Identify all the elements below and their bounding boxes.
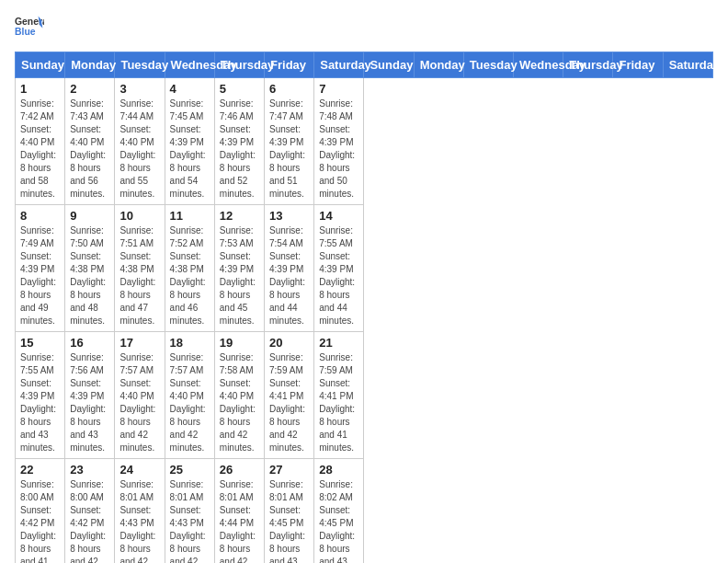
col-header-monday: Monday (414, 52, 463, 78)
day-number: 20 (269, 336, 309, 350)
day-cell-12: 12Sunrise: 7:53 AMSunset: 4:39 PMDayligh… (214, 205, 264, 332)
day-info: Sunrise: 7:55 AMSunset: 4:39 PMDaylight:… (319, 224, 358, 327)
week-row-3: 15Sunrise: 7:55 AMSunset: 4:39 PMDayligh… (16, 332, 713, 459)
day-number: 9 (70, 209, 109, 223)
day-info: Sunrise: 8:01 AMSunset: 4:43 PMDaylight:… (119, 478, 159, 563)
week-row-1: 1Sunrise: 7:42 AMSunset: 4:40 PMDaylight… (16, 78, 713, 205)
day-number: 12 (220, 209, 259, 223)
day-info: Sunrise: 7:56 AMSunset: 4:39 PMDaylight:… (70, 351, 109, 454)
day-number: 14 (319, 209, 358, 223)
day-info: Sunrise: 7:59 AMSunset: 4:41 PMDaylight:… (319, 351, 358, 454)
day-cell-6: 6Sunrise: 7:47 AMSunset: 4:39 PMDaylight… (265, 78, 314, 205)
day-number: 6 (269, 82, 309, 96)
col-header-wednesday: Wednesday (165, 52, 214, 78)
day-info: Sunrise: 7:44 AMSunset: 4:40 PMDaylight:… (119, 98, 159, 201)
day-number: 25 (170, 463, 210, 477)
col-header-saturday: Saturday (663, 52, 712, 78)
day-cell-5: 5Sunrise: 7:46 AMSunset: 4:39 PMDaylight… (214, 78, 264, 205)
day-number: 13 (269, 209, 309, 223)
col-header-sunday: Sunday (16, 52, 65, 78)
day-number: 17 (119, 336, 159, 350)
day-number: 5 (220, 82, 259, 96)
col-header-sunday: Sunday (364, 52, 414, 78)
day-info: Sunrise: 7:58 AMSunset: 4:40 PMDaylight:… (220, 351, 259, 454)
day-cell-18: 18Sunrise: 7:57 AMSunset: 4:40 PMDayligh… (165, 332, 214, 459)
day-number: 7 (319, 82, 358, 96)
day-info: Sunrise: 7:57 AMSunset: 4:40 PMDaylight:… (170, 351, 210, 454)
header: General Blue (15, 15, 713, 40)
day-info: Sunrise: 7:55 AMSunset: 4:39 PMDaylight:… (20, 351, 60, 454)
day-info: Sunrise: 8:00 AMSunset: 4:42 PMDaylight:… (20, 478, 60, 563)
day-info: Sunrise: 7:45 AMSunset: 4:39 PMDaylight:… (170, 98, 210, 201)
day-cell-23: 23Sunrise: 8:00 AMSunset: 4:42 PMDayligh… (65, 459, 115, 564)
day-cell-7: 7Sunrise: 7:48 AMSunset: 4:39 PMDaylight… (314, 78, 364, 205)
day-info: Sunrise: 8:02 AMSunset: 4:45 PMDaylight:… (319, 478, 358, 563)
day-number: 26 (220, 463, 259, 477)
col-header-thursday: Thursday (214, 52, 264, 78)
day-number: 19 (220, 336, 259, 350)
week-row-4: 22Sunrise: 8:00 AMSunset: 4:42 PMDayligh… (16, 459, 713, 564)
col-header-tuesday: Tuesday (115, 52, 165, 78)
day-cell-16: 16Sunrise: 7:56 AMSunset: 4:39 PMDayligh… (65, 332, 115, 459)
day-number: 15 (20, 336, 60, 350)
day-cell-9: 9Sunrise: 7:50 AMSunset: 4:38 PMDaylight… (65, 205, 115, 332)
logo: General Blue (15, 15, 44, 40)
day-info: Sunrise: 8:00 AMSunset: 4:42 PMDaylight:… (70, 478, 109, 563)
col-header-monday: Monday (65, 52, 115, 78)
day-cell-15: 15Sunrise: 7:55 AMSunset: 4:39 PMDayligh… (16, 332, 65, 459)
day-info: Sunrise: 7:47 AMSunset: 4:39 PMDaylight:… (269, 98, 309, 201)
day-cell-25: 25Sunrise: 8:01 AMSunset: 4:43 PMDayligh… (165, 459, 214, 564)
day-cell-2: 2Sunrise: 7:43 AMSunset: 4:40 PMDaylight… (65, 78, 115, 205)
day-cell-24: 24Sunrise: 8:01 AMSunset: 4:43 PMDayligh… (115, 459, 165, 564)
day-cell-22: 22Sunrise: 8:00 AMSunset: 4:42 PMDayligh… (16, 459, 65, 564)
day-cell-13: 13Sunrise: 7:54 AMSunset: 4:39 PMDayligh… (265, 205, 314, 332)
day-number: 10 (119, 209, 159, 223)
day-cell-3: 3Sunrise: 7:44 AMSunset: 4:40 PMDaylight… (115, 78, 165, 205)
col-header-tuesday: Tuesday (463, 52, 513, 78)
day-info: Sunrise: 7:57 AMSunset: 4:40 PMDaylight:… (119, 351, 159, 454)
day-cell-19: 19Sunrise: 7:58 AMSunset: 4:40 PMDayligh… (214, 332, 264, 459)
svg-text:Blue: Blue (15, 27, 36, 37)
day-number: 3 (119, 82, 159, 96)
day-info: Sunrise: 7:50 AMSunset: 4:38 PMDaylight:… (70, 224, 109, 327)
day-info: Sunrise: 7:48 AMSunset: 4:39 PMDaylight:… (319, 98, 358, 201)
day-number: 23 (70, 463, 109, 477)
day-cell-4: 4Sunrise: 7:45 AMSunset: 4:39 PMDaylight… (165, 78, 214, 205)
day-cell-27: 27Sunrise: 8:01 AMSunset: 4:45 PMDayligh… (265, 459, 314, 564)
col-header-thursday: Thursday (563, 52, 613, 78)
week-row-2: 8Sunrise: 7:49 AMSunset: 4:39 PMDaylight… (16, 205, 713, 332)
calendar-table: SundayMondayTuesdayWednesdayThursdayFrid… (15, 52, 713, 563)
day-cell-8: 8Sunrise: 7:49 AMSunset: 4:39 PMDaylight… (16, 205, 65, 332)
day-number: 1 (20, 82, 60, 96)
day-info: Sunrise: 8:01 AMSunset: 4:43 PMDaylight:… (170, 478, 210, 563)
day-info: Sunrise: 7:52 AMSunset: 4:38 PMDaylight:… (170, 224, 210, 327)
day-cell-11: 11Sunrise: 7:52 AMSunset: 4:38 PMDayligh… (165, 205, 214, 332)
day-number: 2 (70, 82, 109, 96)
day-info: Sunrise: 7:42 AMSunset: 4:40 PMDaylight:… (20, 98, 60, 201)
day-info: Sunrise: 7:53 AMSunset: 4:39 PMDaylight:… (220, 224, 259, 327)
day-number: 11 (170, 209, 210, 223)
day-cell-21: 21Sunrise: 7:59 AMSunset: 4:41 PMDayligh… (314, 332, 364, 459)
day-number: 8 (20, 209, 60, 223)
day-cell-14: 14Sunrise: 7:55 AMSunset: 4:39 PMDayligh… (314, 205, 364, 332)
day-info: Sunrise: 7:54 AMSunset: 4:39 PMDaylight:… (269, 224, 309, 327)
day-info: Sunrise: 7:59 AMSunset: 4:41 PMDaylight:… (269, 351, 309, 454)
day-number: 16 (70, 336, 109, 350)
col-header-friday: Friday (265, 52, 314, 78)
logo-icon: General Blue (15, 15, 44, 40)
day-info: Sunrise: 7:51 AMSunset: 4:38 PMDaylight:… (119, 224, 159, 327)
day-number: 27 (269, 463, 309, 477)
day-number: 24 (119, 463, 159, 477)
day-number: 28 (319, 463, 358, 477)
day-cell-26: 26Sunrise: 8:01 AMSunset: 4:44 PMDayligh… (214, 459, 264, 564)
day-info: Sunrise: 7:43 AMSunset: 4:40 PMDaylight:… (70, 98, 109, 201)
day-number: 4 (170, 82, 210, 96)
day-info: Sunrise: 7:46 AMSunset: 4:39 PMDaylight:… (220, 98, 259, 201)
day-info: Sunrise: 7:49 AMSunset: 4:39 PMDaylight:… (20, 224, 60, 327)
col-header-wednesday: Wednesday (514, 52, 563, 78)
day-cell-28: 28Sunrise: 8:02 AMSunset: 4:45 PMDayligh… (314, 459, 364, 564)
day-cell-10: 10Sunrise: 7:51 AMSunset: 4:38 PMDayligh… (115, 205, 165, 332)
col-header-saturday: Saturday (314, 52, 364, 78)
day-cell-17: 17Sunrise: 7:57 AMSunset: 4:40 PMDayligh… (115, 332, 165, 459)
col-header-friday: Friday (613, 52, 663, 78)
